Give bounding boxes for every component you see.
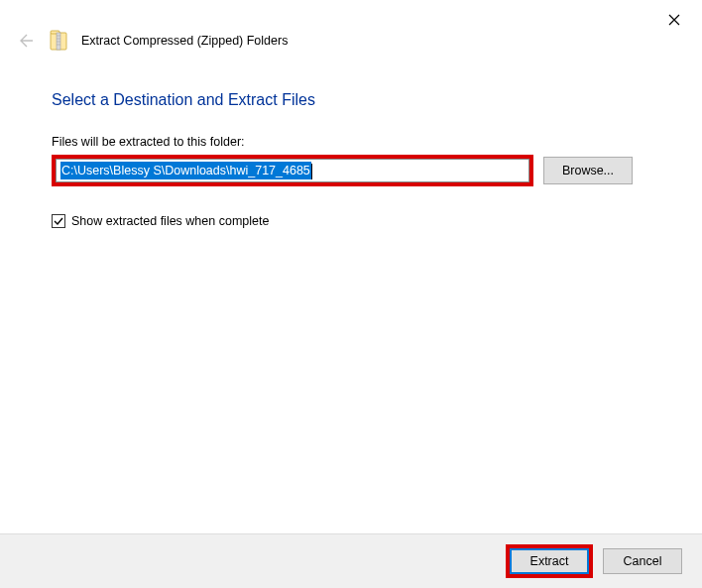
dialog-footer: Extract Cancel: [0, 533, 702, 588]
checkbox-label: Show extracted files when complete: [71, 214, 269, 228]
cancel-button[interactable]: Cancel: [603, 548, 682, 574]
show-files-checkbox[interactable]: [52, 214, 65, 228]
close-button[interactable]: [658, 4, 690, 36]
page-heading: Select a Destination and Extract Files: [52, 91, 650, 109]
path-text-selected: C:\Users\Blessy S\Downloads\hwi_717_4685: [60, 162, 311, 179]
svg-rect-2: [57, 33, 60, 50]
back-arrow-icon: [14, 30, 36, 52]
browse-button[interactable]: Browse...: [543, 157, 633, 184]
path-label: Files will be extracted to this folder:: [52, 135, 650, 149]
destination-path-input[interactable]: C:\Users\Blessy S\Downloads\hwi_717_4685: [56, 159, 529, 182]
text-caret: [311, 164, 312, 179]
window-title: Extract Compressed (Zipped) Folders: [81, 34, 288, 48]
zip-folder-icon: [50, 30, 67, 52]
path-input-highlight: C:\Users\Blessy S\Downloads\hwi_717_4685: [52, 155, 533, 186]
extract-button-highlight: Extract: [506, 544, 593, 578]
extract-button[interactable]: Extract: [510, 548, 589, 574]
wizard-header: Extract Compressed (Zipped) Folders: [0, 0, 702, 61]
